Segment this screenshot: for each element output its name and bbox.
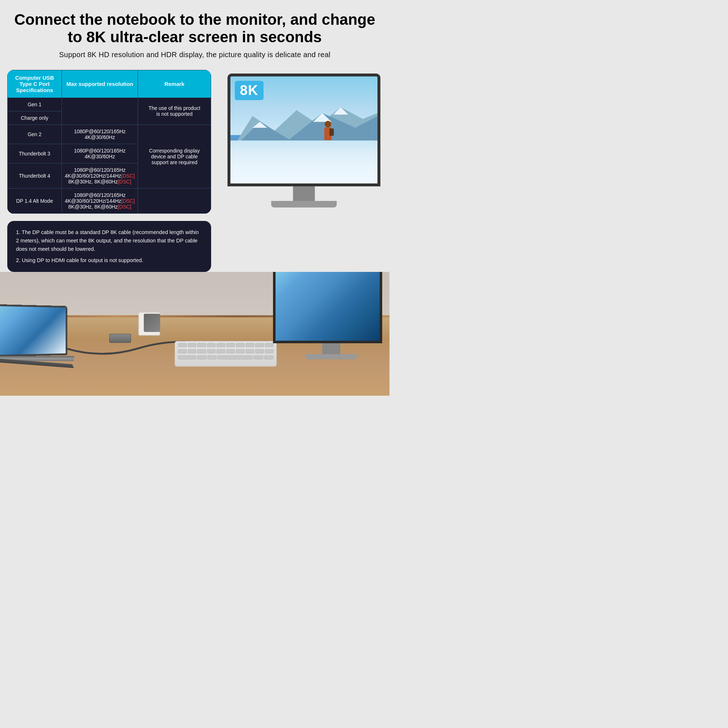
subtitle: Support 8K HD resolution and HDR display… [11,50,379,59]
port-gen2: Gen 2 [8,124,62,144]
person-pack [329,128,334,136]
th-port: Computer USB Type C Port Specifications [8,70,62,98]
left-panel: Computer USB Type C Port Specifications … [7,70,219,272]
port-tb3: Thunderbolt 3 [8,144,62,163]
key [217,343,225,347]
keyboard-bottom [175,341,277,367]
port-charge: Charge only [8,111,62,124]
keyboard-row-1 [175,341,276,348]
key [255,343,264,347]
th-resolution: Max supported resolution [61,70,138,98]
page-wrapper: Connect the notebook to the monitor, and… [0,0,390,396]
bm-screen [275,272,380,341]
key [226,343,235,347]
key [265,343,274,347]
remark-gen2: Corresponding displaydevice and DP cable… [138,124,211,188]
key-space [178,356,196,359]
table-row: DP 1.4 Alt Mode 1080P@60/120/165Hz4K@30/… [8,188,211,213]
remark-dp14 [138,188,211,213]
key [264,356,274,359]
remark-gen1: The use of this productis not supported [138,98,211,124]
snow-ground [230,141,378,184]
table-row: Gen 1 The use of this productis not supp… [8,98,211,111]
res-tb4: 1080P@60/120/165Hz4K@30/60/120Hz/144Hz[D… [61,163,138,188]
res-dp14: 1080P@60/120/165Hz4K@30/60/120Hz/144Hz[D… [61,188,138,213]
monitor-stand-base [271,201,337,208]
th-remark: Remark [138,70,211,98]
monitor-screen: 8K [230,76,378,184]
key [236,343,245,347]
bottom-photo-scene [0,272,390,396]
key [246,343,254,347]
monitor-container: 8K [228,73,380,208]
adapter-device [109,334,131,343]
person-body [324,127,332,140]
key [236,349,245,353]
big-monitor-bottom [273,272,390,359]
content-area: Computer USB Type C Port Specifications … [0,63,390,276]
key [246,349,254,353]
key [188,349,197,353]
key [197,349,206,353]
key [226,349,235,353]
port-tb4: Thunderbolt 4 [8,163,62,188]
laptop-screen [0,304,67,358]
key [207,343,216,347]
monitor-stand-neck [293,187,315,201]
note-item2: 2. Using DP to HDMI cable for output is … [16,256,202,265]
laptop-container [0,305,91,369]
key [208,356,217,359]
8k-badge: 8K [235,81,263,100]
key [255,349,264,353]
notes-bubble: 1. The DP cable must be a standard DP 8K… [7,221,211,272]
key [197,343,206,347]
key [217,349,225,353]
keyboard-row-2 [175,348,276,354]
bm-stand [322,343,340,354]
table-row: Gen 2 1080P@60/120/165Hz4K@30/60Hz Corre… [8,124,211,144]
bm-base [306,354,357,359]
laptop-screen-display [0,306,66,355]
res-gen1 [61,98,138,124]
key [197,356,206,359]
right-panel: 8K [226,70,382,208]
person-head [325,121,331,127]
key [254,356,263,359]
bm-frame [273,272,382,343]
keyboard-row-3 [175,354,276,360]
res-tb3: 1080P@60/120/165Hz4K@30/60Hz [61,144,138,163]
key [188,343,197,347]
main-title: Connect the notebook to the monitor, and… [11,11,379,46]
port-gen1: Gen 1 [8,98,62,111]
key [207,349,216,353]
power-plug [144,314,160,332]
port-dp14: DP 1.4 Alt Mode [8,188,62,213]
spec-table-container: Computer USB Type C Port Specifications … [7,70,211,214]
key [265,349,274,353]
note-item1: 1. The DP cable must be a standard DP 8K… [16,228,202,254]
header-section: Connect the notebook to the monitor, and… [0,0,390,63]
monitor-frame: 8K [228,73,380,187]
key-spacebar [218,356,252,359]
spec-table: Computer USB Type C Port Specifications … [7,70,211,214]
key [178,343,187,347]
key [178,349,187,353]
res-gen2: 1080P@60/120/165Hz4K@30/60Hz [61,124,138,144]
person-figure [323,121,333,143]
